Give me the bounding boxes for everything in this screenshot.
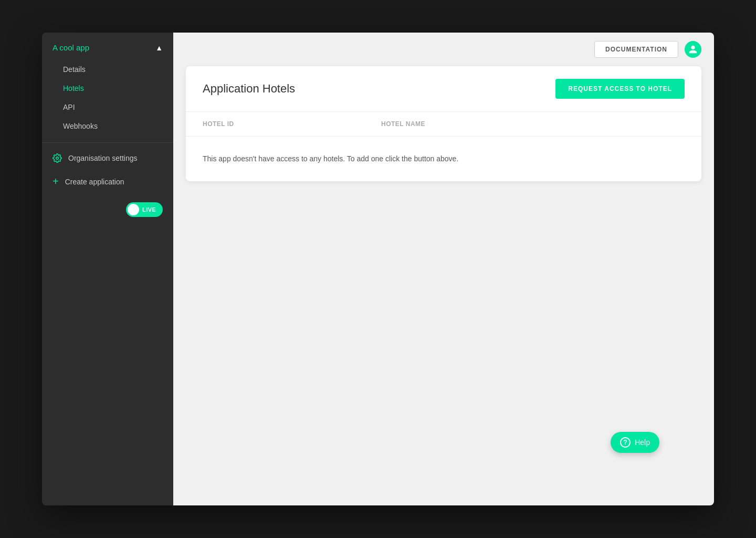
svg-point-0 xyxy=(56,157,59,160)
sidebar-item-org-settings[interactable]: Organisation settings xyxy=(42,147,173,169)
main-content: DOCUMENTATION Application Hotels REQUEST… xyxy=(173,33,714,505)
card-header: Application Hotels REQUEST ACCESS TO HOT… xyxy=(186,66,701,112)
gear-icon xyxy=(52,153,62,163)
col-hotel-name: HOTEL NAME xyxy=(381,120,685,128)
sidebar-nav: Details Hotels API Webhooks xyxy=(42,57,173,138)
sidebar-app-name: A cool app xyxy=(52,43,89,52)
main-body: Application Hotels REQUEST ACCESS TO HOT… xyxy=(173,66,714,474)
empty-state-message: This app doesn't have access to any hote… xyxy=(186,137,701,181)
help-label: Help xyxy=(635,438,650,447)
table-header: HOTEL ID HOTEL NAME xyxy=(186,112,701,137)
sidebar-item-webhooks[interactable]: Webhooks xyxy=(42,117,173,136)
user-avatar[interactable] xyxy=(685,41,701,58)
org-settings-label: Organisation settings xyxy=(68,154,138,162)
sidebar-toggle-area: LIVE xyxy=(42,194,173,225)
documentation-button[interactable]: DOCUMENTATION xyxy=(594,41,678,58)
sidebar-item-api[interactable]: API xyxy=(42,98,173,117)
sidebar-app-header[interactable]: A cool app ▲ xyxy=(42,33,173,57)
sidebar-item-details[interactable]: Details xyxy=(42,60,173,79)
help-button[interactable]: ? Help xyxy=(611,432,659,453)
sidebar-divider xyxy=(42,142,173,143)
toggle-knob xyxy=(128,204,139,215)
hotels-card: Application Hotels REQUEST ACCESS TO HOT… xyxy=(186,66,701,181)
request-access-button[interactable]: REQUEST ACCESS TO HOTEL xyxy=(555,79,685,99)
sidebar: A cool app ▲ Details Hotels API Webhooks… xyxy=(42,33,173,505)
main-header: DOCUMENTATION xyxy=(173,33,714,66)
plus-icon: + xyxy=(52,175,59,188)
chevron-up-icon: ▲ xyxy=(155,44,163,52)
sidebar-item-create-app[interactable]: + Create application xyxy=(42,169,173,194)
live-toggle[interactable]: LIVE xyxy=(126,202,163,217)
card-title: Application Hotels xyxy=(203,82,295,96)
help-icon: ? xyxy=(620,437,631,448)
toggle-label: LIVE xyxy=(142,206,156,213)
create-app-label: Create application xyxy=(65,178,124,186)
col-hotel-id: HOTEL ID xyxy=(203,120,360,128)
sidebar-item-hotels[interactable]: Hotels xyxy=(42,79,173,98)
